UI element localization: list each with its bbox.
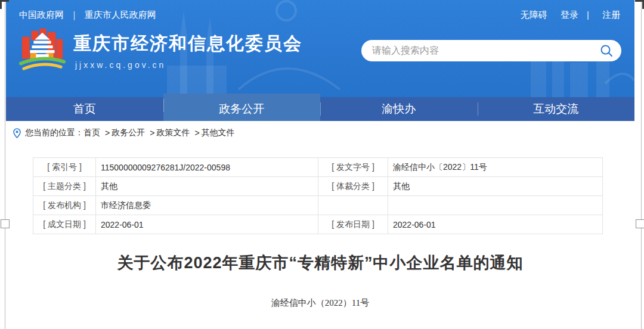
meta-label-genre-class: [ 体裁分类 ] <box>318 177 388 196</box>
selection-mid-right-handle[interactable] <box>636 219 644 228</box>
document-number: 渝经信中小（2022）11号 <box>6 297 634 309</box>
nav-tab-yukuaiban[interactable]: 渝快办 <box>320 97 478 121</box>
meta-label-publish-date: [ 发布日期 ] <box>318 215 388 234</box>
search-input[interactable] <box>372 45 600 56</box>
breadcrumb-home[interactable]: 首页 <box>83 128 100 138</box>
meta-value-publisher: 市经济信息委 <box>96 196 318 215</box>
webpage-screenshot: 中国政府网｜重庆市人民政府网 无障碍 登录| 注册 <box>6 0 634 329</box>
meta-label-index-no: [ 索引号 ] <box>33 158 96 177</box>
china-gov-link[interactable]: 中国政府网 <box>19 10 64 20</box>
meta-value-topic-class: 其他 <box>96 177 318 196</box>
breadcrumb-separator: > <box>105 128 110 138</box>
search-icon[interactable] <box>600 44 613 57</box>
selection-corner-top-left-handle[interactable] <box>0 0 9 9</box>
location-pin-icon <box>13 128 21 138</box>
main-nav: 首页 政务公开 渝快办 互动交流 <box>6 97 634 121</box>
breadcrumb-other-files[interactable]: 其他文件 <box>202 128 235 138</box>
search-bar <box>361 40 621 61</box>
breadcrumb: 您当前的位置： 首页 > 政务公开 > 政策文件 > 其他文件 <box>6 121 634 144</box>
site-url: jjxxw.cq.gov.cn <box>73 60 302 70</box>
document-meta-table: [ 索引号 ] 11500000009276281J/2022-00598 [ … <box>33 157 603 234</box>
brand-row: 重庆市经济和信息化委员会 jjxxw.cq.gov.cn <box>6 27 634 74</box>
site-title: 重庆市经济和信息化委员会 <box>73 32 302 56</box>
commission-emblem-logo <box>19 27 66 74</box>
table-row: [ 索引号 ] 11500000009276281J/2022-00598 [ … <box>33 158 603 177</box>
editor-canvas: 中国政府网｜重庆市人民政府网 无障碍 登录| 注册 <box>0 0 644 329</box>
link-separator: ｜ <box>70 10 79 20</box>
meta-value-index-no: 11500000009276281J/2022-00598 <box>96 158 318 177</box>
table-row: [ 发布机构 ] 市经济信息委 <box>33 196 603 215</box>
site-identity: 重庆市经济和信息化委员会 jjxxw.cq.gov.cn <box>73 32 302 70</box>
meta-label-empty <box>318 196 388 215</box>
table-row: [ 主题分类 ] 其他 [ 体裁分类 ] 其他 <box>33 177 603 196</box>
meta-value-genre-class: 其他 <box>388 177 603 196</box>
meta-value-written-date: 2022-06-01 <box>96 215 318 234</box>
meta-value-doc-symbol: 渝经信中小〔2022〕11号 <box>388 158 603 177</box>
nav-tab-gov-disclosure[interactable]: 政务公开 <box>163 94 321 121</box>
selection-mid-left-handle[interactable] <box>1 219 10 228</box>
breadcrumb-separator: > <box>150 128 154 138</box>
site-banner: 中国政府网｜重庆市人民政府网 无障碍 登录| 注册 <box>6 0 634 97</box>
meta-value-empty <box>388 196 603 215</box>
selection-edge-right <box>641 0 642 329</box>
article-title: 关于公布2022年重庆市“专精特新”中小企业名单的通知 <box>6 252 634 274</box>
breadcrumb-prefix: 您当前的位置： <box>25 128 83 138</box>
register-link[interactable]: 注册 <box>602 10 620 20</box>
cq-gov-link[interactable]: 重庆市人民政府网 <box>85 10 156 20</box>
meta-label-written-date: [ 成文日期 ] <box>33 215 96 234</box>
utility-bar: 中国政府网｜重庆市人民政府网 无障碍 登录| 注册 <box>6 0 634 21</box>
gov-links: 中国政府网｜重庆市人民政府网 <box>19 10 156 21</box>
login-register-separator: | <box>587 10 589 20</box>
nav-tab-home[interactable]: 首页 <box>6 97 163 121</box>
meta-value-publish-date: 2022-06-01 <box>388 215 603 234</box>
breadcrumb-gov-disclosure[interactable]: 政务公开 <box>112 128 145 138</box>
selection-corner-top-right-handle[interactable] <box>635 0 644 9</box>
nav-tab-interaction[interactable]: 互动交流 <box>478 97 635 121</box>
table-row: [ 成文日期 ] 2022-06-01 [ 发布日期 ] 2022-06-01 <box>33 215 603 234</box>
breadcrumb-policy-files[interactable]: 政策文件 <box>156 128 190 138</box>
meta-label-publisher: [ 发布机构 ] <box>33 196 96 215</box>
breadcrumb-separator: > <box>194 128 199 138</box>
account-links: 无障碍 登录| 注册 <box>510 10 620 21</box>
meta-label-topic-class: [ 主题分类 ] <box>33 177 96 196</box>
meta-label-doc-symbol: [ 发文字号 ] <box>318 158 388 177</box>
selection-edge-left <box>5 0 5 329</box>
accessibility-link[interactable]: 无障碍 <box>521 10 547 20</box>
login-link[interactable]: 登录 <box>561 10 578 20</box>
